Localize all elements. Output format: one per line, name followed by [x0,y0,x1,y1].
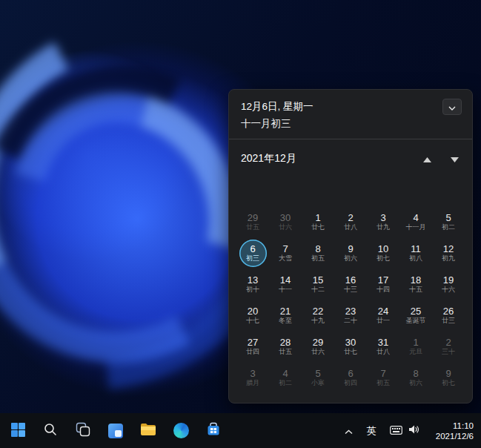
calendar-grid: 29 廿五 30 廿六 1 廿七 2 廿八 [229,206,472,399]
start-button[interactable] [3,416,33,446]
calendar-day[interactable]: 5 小寒 [302,362,334,393]
calendar-day[interactable]: 28 廿五 [269,331,302,362]
calendar-day[interactable]: 23 二十 [334,300,367,331]
day-solar: 5 [445,212,451,223]
calendar-day[interactable]: 1 元旦 [399,331,432,362]
ime-indicator[interactable]: 英 [359,424,384,438]
calendar-day[interactable]: 12 初九 [432,237,465,269]
calendar-day[interactable]: 15 十二 [302,269,334,300]
calendar-day[interactable]: 16 十三 [334,269,367,300]
edge-icon [173,423,189,438]
calendar-day[interactable]: 13 初十 [236,269,269,300]
day-lunar: 十七 [246,317,259,325]
day-circle: 23 二十 [337,302,365,329]
calendar-day[interactable]: 11 初八 [399,237,432,269]
calendar-day[interactable]: 8 初六 [399,362,432,393]
calendar-day[interactable]: 4 十一月 [399,206,432,237]
chevron-down-icon [448,100,456,113]
day-lunar: 初七 [442,379,455,387]
day-lunar: 初七 [376,254,390,263]
desktop: 12月6日, 星期一 十一月初三 2021年12月 [0,0,481,448]
calendar-day[interactable]: 29 廿六 [302,331,334,362]
calendar-day[interactable]: 9 初六 [334,237,367,269]
search-icon [43,422,58,439]
day-lunar: 廿三 [442,317,455,325]
day-solar: 1 [315,212,320,223]
day-solar: 4 [282,368,288,379]
file-explorer-button[interactable] [133,416,163,446]
calendar-day[interactable]: 21 冬至 [269,300,302,331]
calendar-header-dates: 12月6日, 星期一 十一月初三 [241,99,314,131]
calendar-day[interactable]: 7 初五 [367,362,399,393]
day-circle: 13 初十 [239,271,267,298]
calendar-day[interactable]: 27 廿四 [236,331,269,362]
day-lunar: 廿五 [246,223,259,231]
day-circle: 1 廿七 [305,208,332,236]
calendar-flyout: 12月6日, 星期一 十一月初三 2021年12月 [228,89,473,403]
day-solar: 8 [315,243,320,254]
day-circle: 19 十六 [435,271,462,298]
microsoft-store-button[interactable] [199,416,228,446]
collapse-calendar-button[interactable] [442,99,462,115]
calendar-day[interactable]: 2 廿八 [334,206,367,237]
prev-month-button[interactable] [422,152,433,166]
day-lunar: 十一 [279,286,292,294]
calendar-day[interactable]: 17 十四 [367,269,399,300]
calendar-day[interactable]: 19 十六 [432,269,465,300]
edge-button[interactable] [166,416,196,446]
day-circle: 9 初七 [435,364,462,392]
task-view-button[interactable] [68,416,98,446]
calendar-lunar-text: 十一月初三 [241,116,314,131]
next-month-button[interactable] [449,152,460,166]
calendar-day[interactable]: 6 初三 [236,237,269,269]
day-solar: 10 [378,243,388,254]
calendar-day[interactable]: 30 廿七 [334,331,367,362]
calendar-day[interactable]: 22 十九 [302,300,334,331]
day-circle: 11 初八 [402,240,430,267]
day-lunar: 初四 [344,379,357,387]
day-lunar: 十九 [311,317,325,325]
day-solar: 31 [378,337,388,348]
day-circle: 12 初九 [435,240,462,267]
day-lunar: 廿八 [344,223,357,231]
calendar-day[interactable]: 7 大雪 [269,237,302,269]
calendar-day[interactable]: 14 十一 [269,269,302,300]
calendar-day[interactable]: 20 十七 [236,300,269,331]
calendar-day[interactable]: 18 十五 [399,269,432,300]
calendar-day[interactable]: 29 廿五 [236,206,269,237]
calendar-day[interactable]: 10 初七 [367,237,399,269]
calendar-day[interactable]: 9 初七 [432,362,465,393]
hidden-icons-button[interactable] [339,418,359,444]
widgets-button[interactable] [101,416,130,446]
day-lunar: 初六 [409,379,422,387]
file-explorer-icon [140,422,156,439]
day-circle: 2 三十 [435,333,462,360]
day-lunar: 二十 [344,317,357,325]
calendar-day[interactable]: 1 廿七 [302,206,334,237]
day-lunar: 冬至 [279,317,292,325]
calendar-day[interactable]: 3 腊月 [236,362,269,393]
calendar-day[interactable]: 25 圣诞节 [399,300,432,331]
calendar-day[interactable]: 30 廿六 [269,206,302,237]
calendar-day[interactable]: 3 廿九 [367,206,399,237]
day-circle: 6 初四 [337,364,365,392]
calendar-day[interactable]: 2 三十 [432,331,465,362]
calendar-day[interactable]: 8 初五 [302,237,334,269]
calendar-day[interactable]: 6 初四 [334,362,367,393]
clock[interactable]: 11:10 2021/12/6 [425,421,481,441]
day-circle: 9 初六 [337,240,365,267]
calendar-day[interactable]: 4 初二 [269,362,302,393]
calendar-day[interactable]: 26 廿三 [432,300,465,331]
calendar-day[interactable]: 24 廿一 [367,300,399,331]
calendar-day[interactable]: 5 初二 [432,206,465,237]
tray-status-icons[interactable] [384,424,425,438]
search-button[interactable] [36,416,65,446]
day-circle: 8 初六 [402,364,430,392]
day-circle: 10 初七 [370,240,397,267]
day-solar: 3 [380,212,385,223]
day-circle: 4 初二 [272,364,299,392]
day-circle: 2 廿八 [337,208,365,236]
day-solar: 5 [315,368,320,379]
calendar-day[interactable]: 31 廿八 [367,331,399,362]
day-solar: 2 [348,212,353,223]
